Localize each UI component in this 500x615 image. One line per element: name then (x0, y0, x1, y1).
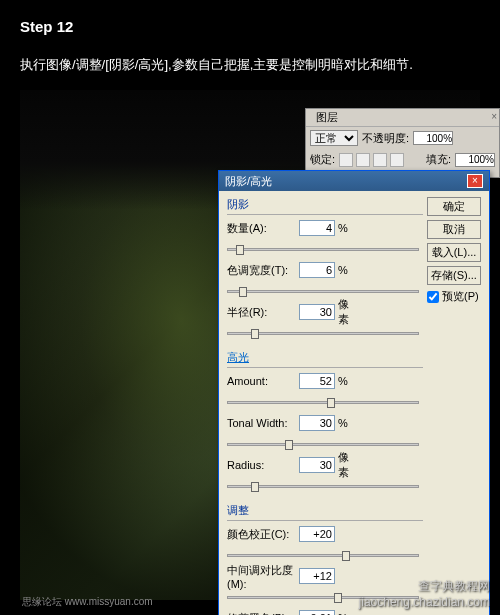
amount-label: Amount: (227, 375, 299, 387)
watermark-left: 思缘论坛 www.missyuan.com (22, 595, 153, 609)
amount-a-unit: % (335, 222, 359, 234)
radius-slider[interactable] (227, 485, 419, 488)
ok-button[interactable]: 确定 (427, 197, 481, 216)
shadow-highlight-dialog: 阴影/高光 × 阴影 数量(A): % 色调宽度(T): % 半径( (218, 170, 490, 615)
amount-input[interactable] (299, 373, 335, 389)
cancel-button[interactable]: 取消 (427, 220, 481, 239)
amount-slider[interactable] (227, 401, 419, 404)
amount-unit: % (335, 375, 359, 387)
radius-input[interactable] (299, 457, 335, 473)
tonal-t-label: 色调宽度(T): (227, 263, 299, 278)
adjustments-header: 调整 (227, 503, 423, 521)
amount-a-slider[interactable] (227, 248, 419, 251)
dialog-titlebar[interactable]: 阴影/高光 × (219, 171, 489, 191)
color-c-input[interactable] (299, 526, 335, 542)
midtone-m-label: 中间调对比度(M): (227, 563, 299, 590)
tonal-width-slider[interactable] (227, 443, 419, 446)
tonal-t-slider[interactable] (227, 290, 419, 293)
radius-r-slider[interactable] (227, 332, 419, 335)
tonal-width-unit: % (335, 417, 359, 429)
opacity-label: 不透明度: (362, 131, 409, 146)
preview-checkbox[interactable] (427, 291, 439, 303)
fill-label: 填充: (426, 152, 451, 167)
tonal-t-unit: % (335, 264, 359, 276)
dialog-title-text: 阴影/高光 (225, 174, 272, 189)
load-button[interactable]: 载入(L)... (427, 243, 481, 262)
save-button[interactable]: 存储(S)... (427, 266, 481, 285)
lock-label: 锁定: (310, 152, 335, 167)
radius-r-label: 半径(R): (227, 305, 299, 320)
shadows-header: 阴影 (227, 197, 423, 215)
lock-brush-icon[interactable] (356, 153, 370, 167)
radius-label: Radius: (227, 459, 299, 471)
instruction-text: 执行图像/调整/[阴影/高光],参数自己把握,主要是控制明暗对比和细节. (20, 55, 480, 75)
color-c-slider[interactable] (227, 554, 419, 557)
tonal-t-input[interactable] (299, 262, 335, 278)
preview-label: 预览(P) (442, 289, 479, 304)
amount-a-input[interactable] (299, 220, 335, 236)
black-b-label: 修剪黑色(B): (227, 611, 299, 616)
layers-panel: × 图层 正常 不透明度: 锁定: 填充: (305, 108, 500, 178)
tonal-width-input[interactable] (299, 415, 335, 431)
blend-mode-select[interactable]: 正常 (310, 130, 358, 146)
layers-tab[interactable]: 图层 (310, 109, 344, 126)
lock-icons-group (339, 153, 404, 167)
color-c-label: 颜色校正(C): (227, 527, 299, 542)
lock-transparency-icon[interactable] (339, 153, 353, 167)
fill-input[interactable] (455, 153, 495, 167)
lock-move-icon[interactable] (373, 153, 387, 167)
radius-unit: 像素 (335, 450, 359, 480)
panel-close-icon[interactable]: × (491, 111, 497, 122)
lock-all-icon[interactable] (390, 153, 404, 167)
amount-a-label: 数量(A): (227, 221, 299, 236)
tonal-width-label: Tonal Width: (227, 417, 299, 429)
step-label: Step 12 (20, 18, 480, 35)
black-b-input[interactable] (299, 610, 335, 615)
radius-r-input[interactable] (299, 304, 335, 320)
dialog-close-icon[interactable]: × (467, 174, 483, 188)
radius-r-unit: 像素 (335, 297, 359, 327)
watermark-right: 查字典教程网 jiaocheng.chazidian.com (359, 578, 490, 609)
midtone-m-input[interactable] (299, 568, 335, 584)
highlights-header: 高光 (227, 350, 423, 368)
opacity-input[interactable] (413, 131, 453, 145)
